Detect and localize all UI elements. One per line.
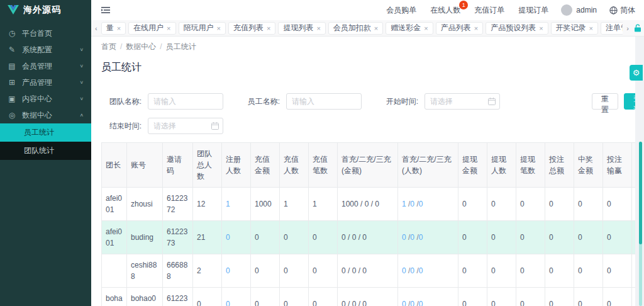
topnav-提现订单[interactable]: 提现订单 xyxy=(518,5,548,16)
table-scrollbar-thumb[interactable] xyxy=(639,142,642,244)
cell-win_amount: 0 xyxy=(574,221,603,254)
tab-注单管理[interactable]: 注单管理× xyxy=(601,22,623,35)
team-name-input[interactable] xyxy=(148,93,223,110)
start-time-input[interactable] xyxy=(425,93,500,110)
link-reg_count[interactable]: 0 xyxy=(226,266,230,275)
link-fc_counts[interactable]: 0 xyxy=(402,266,406,275)
tab-close-icon[interactable]: × xyxy=(267,25,270,32)
employee-name-input[interactable] xyxy=(286,93,362,110)
sidebar-subitem-员工统计[interactable]: 员工统计 xyxy=(0,123,91,142)
tab-close-icon[interactable]: × xyxy=(589,25,593,32)
tab-量[interactable]: 量× xyxy=(101,22,126,35)
end-time-input[interactable] xyxy=(148,118,223,134)
tab-close-icon[interactable]: × xyxy=(424,25,428,32)
link-reg_count[interactable]: 0 xyxy=(226,233,230,242)
tabs-scroll-right-icon[interactable]: › xyxy=(625,25,630,32)
cell-rc_amount: 0 xyxy=(251,254,280,288)
cell-win_amount: 0 xyxy=(574,254,603,288)
column-header-wd_count: 提现笔数 xyxy=(516,143,545,188)
link-fc_counts[interactable]: 0 xyxy=(402,300,406,306)
sidebar-subitem-团队统计[interactable]: 团队统计 xyxy=(0,142,91,160)
tab-close-icon[interactable]: × xyxy=(117,25,121,32)
tab-开奖记录[interactable]: 开奖记录× xyxy=(551,22,598,35)
breadcrumb-home[interactable]: 首页 xyxy=(101,42,116,51)
filter-team-name: 团队名称: xyxy=(101,93,223,110)
chevron-down-icon: ∨ xyxy=(79,64,84,69)
link-reg_count[interactable]: 1 xyxy=(226,200,230,208)
link-fc_counts[interactable]: 0 xyxy=(419,233,423,242)
sidebar-item-产品管理[interactable]: ⊞产品管理∨ xyxy=(0,74,91,91)
tab-label: 产品列表 xyxy=(441,23,471,33)
theme-settings-button[interactable]: ⚙ xyxy=(630,65,643,81)
sidebar-item-数据中心[interactable]: ◎数据中心∧ xyxy=(0,107,91,123)
table-scrollbar-track[interactable] xyxy=(639,142,642,306)
tabs-scroll-left-icon[interactable]: ‹ xyxy=(94,25,99,32)
tab-提现列表[interactable]: 提现列表× xyxy=(278,22,325,35)
gear-icon: ⚙ xyxy=(633,68,640,77)
tab-在线用户[interactable]: 在线用户× xyxy=(128,22,175,35)
topnav-充值订单[interactable]: 充值订单 xyxy=(474,5,504,16)
tab-陪玩用户[interactable]: 陪玩用户× xyxy=(179,22,226,35)
tab-close-icon[interactable]: × xyxy=(374,25,378,32)
sidebar-item-会员管理[interactable]: ▤会员管理∨ xyxy=(0,58,91,74)
slash-separator: / xyxy=(414,200,419,208)
column-header-reg_count: 注册人数 xyxy=(222,143,251,188)
topbar-nav: 会员购单在线人数1充值订单提现订单 xyxy=(386,5,548,16)
link-fc_counts[interactable]: 0 xyxy=(402,233,406,242)
cell-winloss: 0 xyxy=(603,188,632,221)
cell-code: 666888 xyxy=(163,254,193,288)
tab-会员加扣款[interactable]: 会员加扣款× xyxy=(328,22,383,35)
tab-产品预设列表[interactable]: 产品预设列表× xyxy=(486,22,548,35)
cell-fc_counts: 0 /0 /0 xyxy=(398,221,458,254)
sidebar-item-系统配置[interactable]: ✎系统配置∨ xyxy=(0,42,91,58)
collapse-sidebar-icon[interactable] xyxy=(101,6,110,14)
cell-code: 6122383 xyxy=(163,288,193,306)
link-reg_count[interactable]: 0 xyxy=(226,300,230,306)
user-menu[interactable]: admin xyxy=(561,4,597,16)
tab-close-icon[interactable]: × xyxy=(217,25,221,32)
table-header-row: 团长账号邀请码团队总人数注册人数充值金额充值人数充值笔数首充/二充/三充(金额)… xyxy=(102,143,636,188)
cell-fc_counts: 0 /0 /0 xyxy=(398,288,458,306)
topnav-在线人数[interactable]: 在线人数1 xyxy=(430,5,460,16)
cell-rc_count: 1 xyxy=(309,188,338,221)
sidebar: 海外源码 ◷平台首页✎系统配置∨▤会员管理∨⊞产品管理∨▣内容中心∨◎数据中心∧… xyxy=(0,0,91,306)
reset-button[interactable]: 重置 xyxy=(592,93,618,110)
cell-account: buding xyxy=(127,221,163,254)
tab-label: 量 xyxy=(106,23,114,33)
content: 首页/数据中心/员工统计 员工统计 团队名称: 员工名称: 开始时间: xyxy=(91,37,635,306)
column-header-fc_amount: 首充/二充/三充(金额) xyxy=(338,143,398,188)
column-header-wd_users: 提现人数 xyxy=(487,143,516,188)
cell-code: 6122372 xyxy=(163,188,193,221)
tab-赠送彩金[interactable]: 赠送彩金× xyxy=(386,22,433,35)
search-button[interactable]: 查询 xyxy=(624,93,635,110)
link-fc_counts[interactable]: 0 xyxy=(419,300,423,306)
stats-table-wrap: 团长账号邀请码团队总人数注册人数充值金额充值人数充值笔数首充/二充/三充(金额)… xyxy=(101,142,625,306)
cell-account: ceshi888 xyxy=(127,254,163,288)
tab-充值列表[interactable]: 充值列表× xyxy=(228,22,275,35)
slash-separator: / xyxy=(414,266,419,275)
column-header-team_total: 团队总人数 xyxy=(193,143,222,188)
tab-close-icon[interactable]: × xyxy=(474,25,478,32)
tab-label: 提现列表 xyxy=(283,23,313,33)
table-row: afei001zhousi61223721211000111000 / 0 / … xyxy=(102,188,636,221)
link-fc_counts[interactable]: 0 xyxy=(419,266,423,275)
cell-account: zhousi xyxy=(127,188,163,221)
sidebar-item-平台首页[interactable]: ◷平台首页 xyxy=(0,25,91,42)
breadcrumb-separator: / xyxy=(120,42,122,51)
sidebar-item-内容中心[interactable]: ▣内容中心∨ xyxy=(0,91,91,107)
link-fc_counts[interactable]: 1 xyxy=(402,200,406,208)
link-fc_counts[interactable]: 0 xyxy=(419,200,423,208)
breadcrumb-data-center[interactable]: 数据中心 xyxy=(126,42,156,51)
tab-close-icon[interactable]: × xyxy=(167,25,170,32)
lock-tabs-icon[interactable] xyxy=(634,24,641,32)
cell-winloss: 0 xyxy=(603,221,632,254)
cell-wd_users: 0 xyxy=(487,221,516,254)
cell-fc_amount: 0 / 0 / 0 xyxy=(338,254,398,288)
language-switcher[interactable]: 简体 xyxy=(609,5,635,16)
tab-产品列表[interactable]: 产品列表× xyxy=(436,22,483,35)
topnav-会员购单[interactable]: 会员购单 xyxy=(386,5,416,16)
main-area: 会员购单在线人数1充值订单提现订单 admin 简体 xyxy=(91,0,644,306)
tab-close-icon[interactable]: × xyxy=(316,25,320,32)
tab-close-icon[interactable]: × xyxy=(539,25,543,32)
cell-leader xyxy=(102,254,127,288)
